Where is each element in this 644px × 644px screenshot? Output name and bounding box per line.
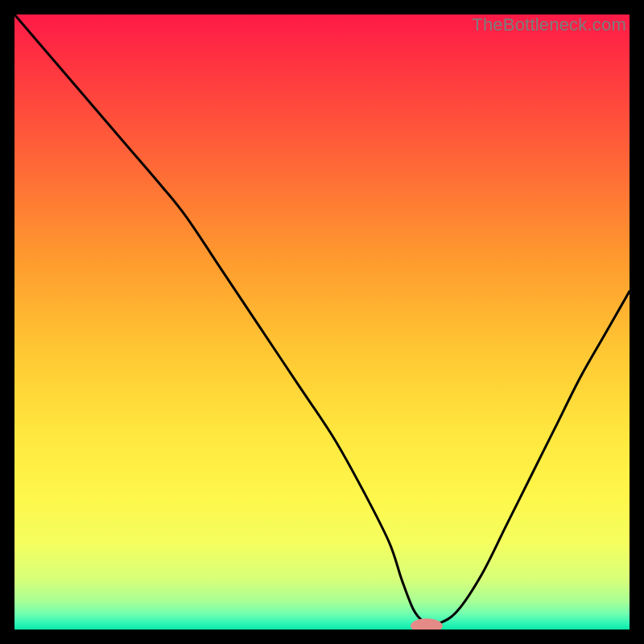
gradient-background <box>14 14 630 630</box>
watermark-text: TheBottleneck.com <box>472 14 626 35</box>
bottleneck-chart <box>14 14 630 630</box>
chart-frame: TheBottleneck.com <box>14 14 630 630</box>
